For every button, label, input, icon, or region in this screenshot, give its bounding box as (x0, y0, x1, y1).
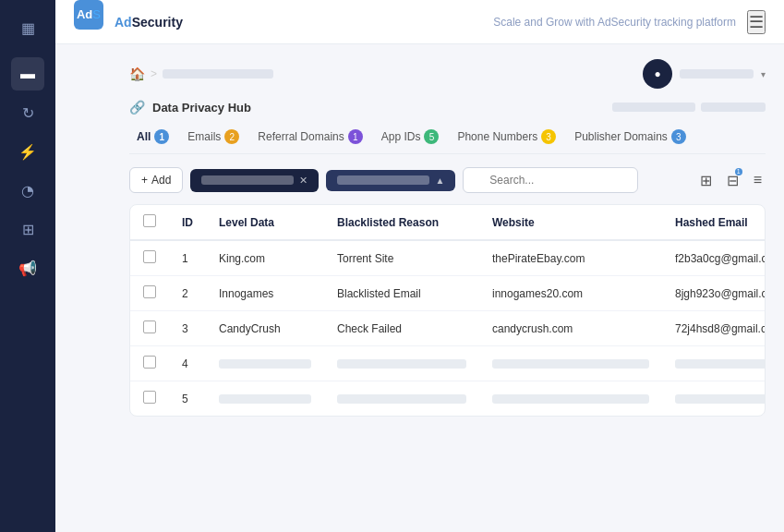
columns-toggle-button[interactable]: ⊞ (696, 168, 716, 193)
tab-phone-numbers-label: Phone Numbers (457, 130, 537, 143)
row-4-reason-loading (324, 346, 479, 381)
breadcrumb-loading (163, 69, 273, 79)
row-5-website-loading (479, 381, 662, 417)
filter-loading (201, 175, 294, 185)
sort-arrow-icon: ▲ (435, 175, 444, 186)
tab-app-ids-badge: 5 (424, 129, 439, 144)
row-2-id: 2 (169, 276, 206, 311)
pie-chart-icon[interactable]: ◔ (11, 174, 44, 207)
avatar: ● (643, 59, 672, 89)
row-4-checkbox[interactable] (143, 356, 156, 369)
section-pills (612, 103, 766, 112)
tab-publisher-domains-badge: 3 (671, 129, 686, 144)
row-1-checkbox[interactable] (143, 250, 156, 263)
row-5-level-data-loading (206, 381, 324, 417)
row-1-level-data: King.com (206, 240, 324, 276)
search-input[interactable] (463, 167, 638, 193)
section-title: Data Privacy Hub (152, 101, 251, 115)
chart-bar-icon[interactable]: ▬ (11, 57, 44, 91)
col-header-blacklisted-reason: Blacklisted Reason (324, 205, 479, 240)
tab-app-ids[interactable]: App IDs 5 (374, 126, 447, 148)
tab-app-ids-label: App IDs (381, 130, 421, 143)
filter-icon[interactable]: ⚡ (11, 135, 44, 168)
sort-loading (337, 175, 429, 185)
filter-icon-button[interactable]: ⊟ 1 (723, 168, 742, 193)
row-2-checkbox[interactable] (143, 285, 156, 298)
row-2-checkbox-cell[interactable] (130, 276, 169, 311)
row-5-email-loading (662, 381, 766, 417)
row-4-id: 4 (169, 346, 206, 381)
tabs-bar: All 1 Emails 2 Referral Domains 1 App ID… (129, 126, 766, 154)
row-4-website-loading (479, 346, 662, 381)
table-row: 5 (130, 381, 766, 417)
select-all-header[interactable] (130, 205, 169, 240)
row-3-checkbox[interactable] (143, 320, 156, 333)
app-logo: AdS (74, 0, 103, 30)
breadcrumb-separator: > (151, 67, 157, 80)
col-header-id: ID (169, 205, 206, 240)
row-2-website: innogames20.com (479, 276, 662, 311)
tab-emails[interactable]: Emails 2 (180, 126, 247, 148)
table-header-row: ID Level Data Blacklisted Reason Website… (130, 205, 766, 240)
row-4-checkbox-cell[interactable] (130, 346, 169, 381)
tab-referral-domains-label: Referral Domains (258, 130, 344, 143)
left-nav: ▦ ▬ ↻ ⚡ ◔ ⊞ 📢 (0, 0, 55, 532)
tagline: Scale and Grow with AdSecurity tracking … (493, 16, 736, 29)
avatar-loading (680, 69, 754, 79)
table-row: 1 King.com Torrent Site thePirateEbay.co… (130, 240, 766, 276)
tab-publisher-domains[interactable]: Publisher Domains 3 (567, 126, 694, 148)
breadcrumb: 🏠 > ● ▾ (129, 59, 766, 89)
sort-button[interactable]: ▲ (326, 170, 455, 191)
grid-icon[interactable]: ⊞ (11, 212, 44, 246)
avatar-dropdown-icon[interactable]: ▾ (761, 69, 766, 79)
tab-all[interactable]: All 1 (129, 126, 176, 148)
tab-phone-numbers-badge: 3 (541, 129, 556, 144)
row-3-level-data: CandyCrush (206, 311, 324, 346)
filter-active-button[interactable]: ✕ (190, 169, 319, 192)
pill-loading-2 (701, 103, 766, 112)
add-icon: + (141, 174, 148, 187)
row-3-hashed-email: 72j4hsd8@gmail.com (662, 311, 766, 346)
tab-all-label: All (137, 130, 151, 143)
megaphone-icon[interactable]: 📢 (11, 251, 44, 284)
add-button[interactable]: + Add (129, 167, 183, 193)
table-row: 2 Innogames Blacklisted Email innogames2… (130, 276, 766, 311)
row-3-website: candycrush.com (479, 311, 662, 346)
dashboard-icon[interactable]: ▦ (11, 11, 44, 44)
tab-all-badge: 1 (154, 129, 169, 144)
table-row: 3 CandyCrush Check Failed candycrush.com… (130, 311, 766, 346)
row-4-level-data-loading (206, 346, 324, 381)
row-5-checkbox[interactable] (143, 391, 156, 404)
section-header: 🔗 Data Privacy Hub (129, 100, 766, 115)
tab-referral-domains-badge: 1 (348, 129, 363, 144)
row-2-hashed-email: 8jgh923o@gmail.com (662, 276, 766, 311)
row-2-blacklisted-reason: Blacklisted Email (324, 276, 479, 311)
tab-phone-numbers[interactable]: Phone Numbers 3 (450, 126, 563, 148)
row-1-blacklisted-reason: Torrent Site (324, 240, 479, 276)
row-5-reason-loading (324, 381, 479, 417)
tab-emails-label: Emails (187, 130, 221, 143)
row-1-website: thePirateEbay.com (479, 240, 662, 276)
tab-publisher-domains-label: Publisher Domains (574, 130, 668, 143)
top-bar: AdS AdSecurity Scale and Grow with AdSec… (55, 0, 784, 44)
filter-badge: 1 (735, 168, 742, 175)
row-3-checkbox-cell[interactable] (130, 311, 169, 346)
more-options-button[interactable]: ≡ (750, 168, 766, 192)
section-icon: 🔗 (129, 100, 145, 115)
toolbar: + Add ✕ ▲ 🔍 ⊞ ⊟ 1 ≡ (129, 167, 766, 193)
home-icon[interactable]: 🏠 (129, 66, 145, 81)
row-5-checkbox-cell[interactable] (130, 381, 169, 417)
main-content: 🏠 > ● ▾ 🔗 Data Privacy Hub All 1 Emails … (111, 44, 784, 532)
data-table: ID Level Data Blacklisted Reason Website… (129, 204, 766, 417)
hamburger-button[interactable]: ☰ (747, 10, 766, 34)
filter-clear-icon[interactable]: ✕ (299, 175, 308, 187)
select-all-checkbox[interactable] (143, 214, 156, 227)
refresh-icon[interactable]: ↻ (11, 96, 44, 129)
table-row: 4 (130, 346, 766, 381)
col-header-website: Website (479, 205, 662, 240)
add-label: Add (151, 174, 171, 187)
col-header-level-data: Level Data (206, 205, 324, 240)
row-4-email-loading (662, 346, 766, 381)
row-1-checkbox-cell[interactable] (130, 240, 169, 276)
tab-referral-domains[interactable]: Referral Domains 1 (250, 126, 369, 148)
